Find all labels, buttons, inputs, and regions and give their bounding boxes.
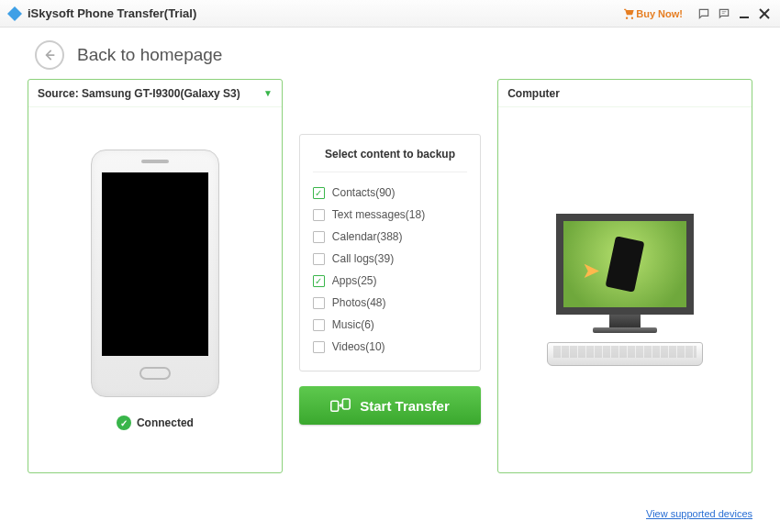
- help-icon[interactable]: [716, 6, 732, 22]
- checkbox-icon: [313, 341, 325, 353]
- backup-item-label: Music(6): [332, 318, 374, 331]
- backup-item[interactable]: ✓Contacts(90): [313, 182, 467, 204]
- source-label: Source: Samsung GT-I9300(Galaxy S3): [38, 87, 240, 100]
- arrow-left-icon: [43, 49, 56, 61]
- minimize-button[interactable]: [736, 6, 752, 22]
- source-device-area: ✓ Connected: [28, 107, 282, 472]
- backup-item[interactable]: Photos(48): [313, 292, 467, 314]
- buy-now-label: Buy Now!: [636, 8, 683, 19]
- middle-panel: Select content to backup ✓Contacts(90)Te…: [299, 134, 481, 490]
- source-panel: Source: Samsung GT-I9300(Galaxy S3) ▼ ✓ …: [28, 79, 283, 473]
- close-button[interactable]: [756, 6, 773, 22]
- page-title: Back to homepage: [77, 45, 222, 65]
- backup-item-label: Videos(10): [332, 340, 385, 353]
- backup-item-label: Apps(25): [332, 274, 377, 287]
- backup-item[interactable]: ✓Apps(25): [313, 270, 467, 292]
- app-window: iSkysoft Phone Transfer(Trial) Buy Now! …: [0, 0, 780, 532]
- computer-illustration: ➤: [542, 214, 708, 366]
- backup-item[interactable]: Videos(10): [313, 336, 467, 358]
- feedback-icon[interactable]: [696, 6, 712, 22]
- source-dropdown-icon[interactable]: ▼: [263, 88, 273, 98]
- backup-item-label: Contacts(90): [332, 186, 396, 199]
- main-content: Source: Samsung GT-I9300(Galaxy S3) ▼ ✓ …: [0, 79, 780, 499]
- start-transfer-button[interactable]: Start Transfer: [299, 386, 481, 425]
- start-transfer-label: Start Transfer: [360, 398, 450, 414]
- connection-status-label: Connected: [137, 416, 194, 429]
- check-circle-icon: ✓: [117, 416, 131, 430]
- destination-panel: Computer ➤: [497, 79, 752, 473]
- checkbox-icon: [313, 297, 325, 309]
- app-logo-icon: [7, 6, 22, 21]
- back-button[interactable]: [35, 40, 64, 70]
- backup-item[interactable]: Calendar(388): [313, 226, 467, 248]
- svg-rect-4: [331, 401, 339, 411]
- backup-title: Select content to backup: [313, 148, 467, 172]
- backup-item-label: Text messages(18): [332, 208, 425, 221]
- checkbox-icon: [313, 209, 325, 221]
- footer: View supported devices: [0, 499, 780, 532]
- destination-label: Computer: [507, 87, 560, 100]
- backup-item[interactable]: Text messages(18): [313, 204, 467, 226]
- destination-header: Computer: [498, 80, 752, 107]
- phone-illustration: [91, 150, 219, 397]
- supported-devices-link[interactable]: View supported devices: [646, 508, 752, 519]
- backup-item[interactable]: Music(6): [313, 314, 467, 336]
- backup-item-label: Call logs(39): [332, 252, 394, 265]
- svg-marker-0: [7, 6, 22, 21]
- cart-icon: [623, 7, 636, 20]
- source-header: Source: Samsung GT-I9300(Galaxy S3) ▼: [28, 80, 282, 107]
- titlebar: iSkysoft Phone Transfer(Trial) Buy Now!: [0, 0, 780, 28]
- checkbox-icon: ✓: [313, 275, 325, 287]
- backup-item-label: Calendar(388): [332, 230, 403, 243]
- backup-item-list: ✓Contacts(90)Text messages(18)Calendar(3…: [313, 182, 467, 358]
- backup-item[interactable]: Call logs(39): [313, 248, 467, 270]
- checkbox-icon: [313, 319, 325, 331]
- checkbox-icon: ✓: [313, 187, 325, 199]
- page-header: Back to homepage: [0, 28, 780, 79]
- destination-device-area: ➤: [498, 107, 752, 472]
- checkbox-icon: [313, 231, 325, 243]
- backup-item-label: Photos(48): [332, 296, 386, 309]
- svg-rect-5: [343, 399, 351, 409]
- keyboard-illustration: [547, 342, 703, 366]
- buy-now-link[interactable]: Buy Now!: [623, 7, 683, 20]
- app-title: iSkysoft Phone Transfer(Trial): [28, 6, 196, 20]
- transfer-icon: [330, 397, 351, 414]
- backup-content-box: Select content to backup ✓Contacts(90)Te…: [299, 134, 481, 371]
- connection-status: ✓ Connected: [117, 416, 194, 430]
- checkbox-icon: [313, 253, 325, 265]
